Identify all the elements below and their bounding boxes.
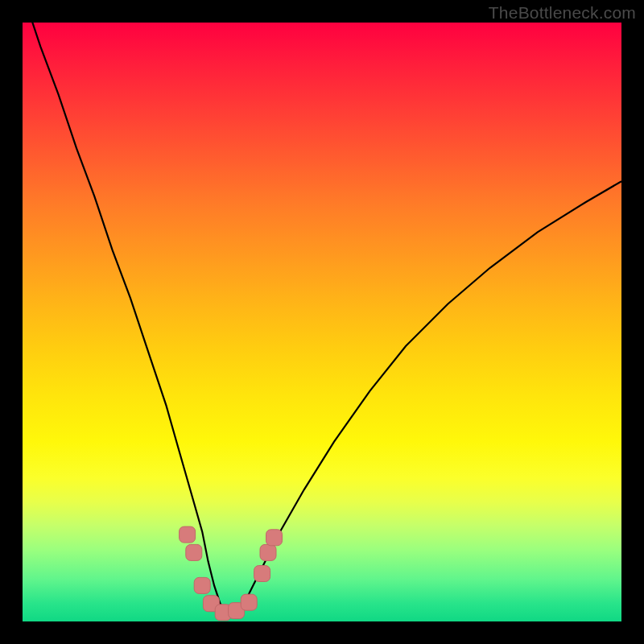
svg-rect-0	[180, 526, 196, 543]
svg-rect-9	[266, 530, 283, 546]
svg-rect-8	[260, 544, 276, 560]
svg-rect-1	[186, 544, 202, 560]
svg-rect-6	[241, 594, 257, 610]
trough-marker	[194, 577, 210, 593]
trough-marker	[266, 530, 283, 546]
chart-frame: TheBottleneck.com	[0, 0, 644, 644]
trough-marker	[241, 594, 257, 610]
trough-marker	[260, 544, 276, 560]
watermark-label: TheBottleneck.com	[489, 3, 636, 23]
chart-svg	[23, 23, 621, 621]
svg-rect-7	[254, 566, 270, 582]
svg-rect-2	[194, 577, 210, 593]
trough-marker-group	[180, 526, 283, 621]
trough-marker	[186, 544, 202, 560]
chart-plot-area	[23, 23, 621, 621]
trough-marker	[254, 566, 270, 582]
bottleneck-curve	[23, 0, 621, 616]
trough-marker	[180, 526, 196, 543]
